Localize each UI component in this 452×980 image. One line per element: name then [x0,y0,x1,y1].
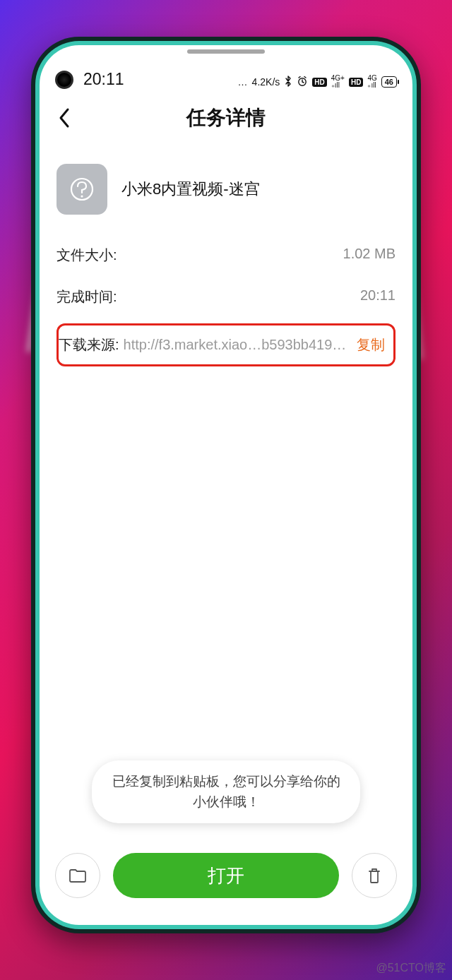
copy-button[interactable]: 复制 [352,335,389,354]
page-title: 任务详情 [40,104,412,131]
finish-time-value: 20:11 [360,287,396,306]
status-time: 20:11 [83,70,124,89]
data-rate: 4.2K/s [252,76,280,88]
screen: 20:11 … 4.2K/s HD 4G+₊ıll HD 4G₊ıll 46 [40,45,412,925]
task-name: 小米8内置视频-迷宫 [121,179,260,200]
file-size-row: 文件大小: 1.02 MB [56,234,396,276]
bluetooth-icon [284,76,292,89]
question-mark-icon [56,164,107,215]
hd-badge: HD [312,78,326,87]
svg-point-2 [81,195,83,197]
toast-message: 已经复制到粘贴板，您可以分享给你的小伙伴哦！ [112,774,340,809]
file-size-value: 1.02 MB [343,246,396,265]
phone-bezel: 20:11 … 4.2K/s HD 4G+₊ıll HD 4G₊ıll 46 [35,41,417,929]
watermark: @51CTO博客 [376,961,446,976]
earpiece [187,49,265,54]
file-size-label: 文件大小: [56,246,117,265]
bottom-bar: 打开 [40,843,412,925]
header: 任务详情 [40,95,412,141]
finish-time-row: 完成时间: 20:11 [56,276,396,318]
phone-frame: 20:11 … 4.2K/s HD 4G+₊ıll HD 4G₊ıll 46 [31,37,421,933]
hd-badge-2: HD [349,78,363,87]
signal-2-icon: 4G₊ıll [367,75,376,89]
punch-hole-camera [55,71,73,89]
delete-button[interactable] [352,853,397,898]
signal-1-icon: 4G+₊ıll [331,75,345,89]
download-source-row: 下载来源: http://f3.market.xiao…b593bb419124… [56,323,396,366]
ellipsis-icon: … [238,76,248,88]
open-button[interactable]: 打开 [113,853,339,898]
content: 小米8内置视频-迷宫 文件大小: 1.02 MB 完成时间: 20:11 下载来… [40,141,412,843]
toast: 已经复制到粘贴板，您可以分享给你的小伙伴哦！ [92,760,360,823]
download-source-url: http://f3.market.xiao…b593bb4191240bb03 [124,337,348,353]
folder-button[interactable] [55,853,100,898]
alarm-icon [297,76,308,89]
download-source-label: 下载来源: [59,335,119,354]
battery-indicator: 46 [381,76,397,88]
task-header: 小米8内置视频-迷宫 [56,151,396,234]
finish-time-label: 完成时间: [56,287,117,306]
